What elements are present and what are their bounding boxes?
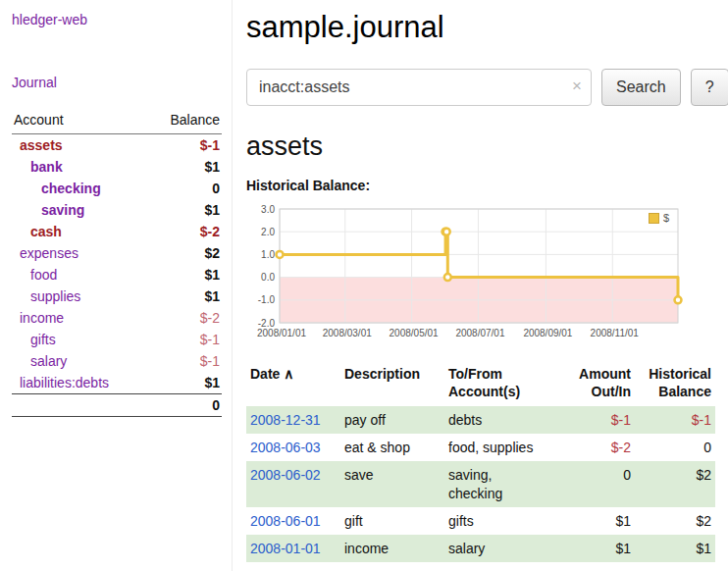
balance-cell: $2	[635, 507, 715, 535]
balance-cell: 0	[635, 434, 715, 461]
date-link[interactable]: 2008-06-01	[250, 513, 321, 529]
account-balance: $1	[147, 372, 222, 394]
account-balance: $-2	[147, 307, 222, 329]
svg-text:0.0: 0.0	[261, 272, 275, 283]
svg-text:2008/07/01: 2008/07/01	[455, 328, 504, 338]
sort-asc-icon: ∧	[284, 366, 293, 382]
clear-search-icon[interactable]: ×	[572, 77, 582, 96]
account-row: income $-2	[12, 307, 222, 329]
col-header-date[interactable]: Date ∧	[246, 364, 340, 406]
account-link-income[interactable]: income	[20, 310, 64, 326]
accounts-cell: food, supplies	[444, 434, 560, 461]
description-cell: gift	[340, 507, 444, 535]
accounts-cell: debts	[444, 406, 560, 434]
account-link-cash[interactable]: cash	[30, 224, 62, 239]
help-button[interactable]: ?	[691, 69, 728, 106]
register-row: 2008-06-03 eat & shop food, supplies $-2…	[246, 434, 715, 461]
accounts-header-balance: Balance	[147, 108, 222, 134]
account-row: supplies $1	[12, 286, 222, 307]
account-heading: assets	[246, 131, 728, 162]
amount-cell: $-1	[560, 406, 635, 434]
accounts-cell: saving, checking	[444, 461, 560, 506]
account-row: gifts $-1	[12, 329, 222, 350]
chart-legend: $	[646, 211, 672, 225]
amount-cell: $1	[560, 507, 635, 535]
account-link-bank[interactable]: bank	[30, 159, 63, 175]
account-balance: $1	[147, 286, 222, 307]
account-row: cash $-2	[12, 221, 222, 242]
legend-swatch-icon	[649, 213, 659, 224]
account-balance: $-1	[147, 329, 222, 350]
account-row: bank $1	[12, 156, 222, 178]
svg-text:2008/01/01: 2008/01/01	[257, 328, 306, 338]
svg-text:2008/03/01: 2008/03/01	[323, 328, 372, 338]
balance-cell: $1	[635, 535, 715, 562]
account-balance: $-1	[147, 134, 222, 157]
account-link-checking[interactable]: checking	[41, 181, 101, 196]
description-cell: pay off	[340, 406, 444, 434]
historical-balance-chart: -2.0-1.00.01.02.03.02008/01/012008/03/01…	[246, 201, 690, 348]
svg-text:-1.0: -1.0	[258, 294, 276, 305]
account-link-expenses[interactable]: expenses	[20, 245, 78, 261]
account-row: saving $1	[12, 199, 222, 221]
date-link[interactable]: 2008-06-02	[250, 467, 321, 483]
date-link[interactable]: 2008-06-03	[250, 440, 321, 455]
account-row: salary $-1	[12, 350, 222, 372]
col-header-account: To/From Account(s)	[444, 364, 560, 406]
date-link[interactable]: 2008-01-01	[250, 541, 321, 556]
search-button[interactable]: Search	[601, 69, 681, 106]
accounts-table: Account Balance assets $-1 bank $1 check…	[12, 108, 222, 417]
account-balance: $1	[147, 156, 222, 178]
svg-text:2008/05/01: 2008/05/01	[390, 328, 439, 338]
legend-label: $	[663, 212, 669, 224]
chart-title: Historical Balance:	[246, 178, 728, 193]
chart-canvas: -2.0-1.00.01.02.03.02008/01/012008/03/01…	[246, 201, 690, 348]
account-row: checking 0	[12, 178, 222, 199]
app-window: hledger-web Journal Account Balance asse…	[0, 0, 728, 571]
accounts-cell: salary	[444, 535, 560, 562]
account-balance: $-2	[147, 221, 222, 242]
account-row: expenses $2	[12, 242, 222, 264]
register-row: 2008-12-31 pay off debts $-1 $-1	[246, 406, 715, 434]
col-header-amount: Amount Out/In	[560, 364, 635, 406]
search-bar: × Search ?	[246, 69, 728, 106]
svg-text:1.0: 1.0	[261, 249, 275, 260]
date-link[interactable]: 2008-12-31	[250, 412, 321, 428]
sidebar: hledger-web Journal Account Balance asse…	[0, 0, 233, 571]
accounts-header-row: Account Balance	[12, 108, 222, 134]
svg-text:2008/09/01: 2008/09/01	[523, 328, 572, 338]
svg-text:3.0: 3.0	[261, 204, 275, 215]
balance-cell: $2	[635, 461, 715, 506]
account-link-liabilities-debts[interactable]: liabilities:debts	[20, 375, 109, 390]
account-link-salary[interactable]: salary	[30, 353, 67, 369]
description-cell: eat & shop	[340, 434, 444, 461]
register-row: 2008-06-01 gift gifts $1 $2	[246, 507, 715, 535]
col-header-description: Description	[340, 364, 444, 406]
register-row: 2008-06-02 save saving, checking 0 $2	[246, 461, 715, 506]
accounts-cell: gifts	[444, 507, 560, 535]
page-title: sample.journal	[246, 10, 728, 45]
account-balance: $1	[147, 264, 222, 286]
amount-cell: 0	[560, 461, 635, 506]
svg-text:2008/11/01: 2008/11/01	[591, 328, 640, 338]
search-input[interactable]	[246, 69, 592, 106]
journal-link[interactable]: Journal	[12, 75, 57, 90]
account-link-food[interactable]: food	[30, 267, 57, 283]
amount-cell: $1	[560, 535, 635, 562]
app-title-link[interactable]: hledger-web	[12, 12, 87, 27]
account-balance: $1	[147, 199, 222, 221]
accounts-total-row: 0	[12, 394, 222, 417]
register-row: 2008-01-01 income salary $1 $1	[246, 535, 715, 562]
search-box: ×	[246, 69, 592, 106]
svg-text:-2.0: -2.0	[258, 318, 276, 329]
account-link-gifts[interactable]: gifts	[30, 332, 56, 347]
account-link-supplies[interactable]: supplies	[30, 288, 80, 304]
register-table: Date ∧ Description To/From Account(s) Am…	[246, 364, 715, 562]
account-row: assets $-1	[12, 134, 222, 157]
description-cell: income	[340, 535, 444, 562]
account-row: liabilities:debts $1	[12, 372, 222, 394]
account-balance: 0	[147, 178, 222, 199]
account-link-assets[interactable]: assets	[20, 137, 63, 153]
account-link-saving[interactable]: saving	[41, 202, 84, 218]
amount-cell: $-2	[560, 434, 635, 461]
